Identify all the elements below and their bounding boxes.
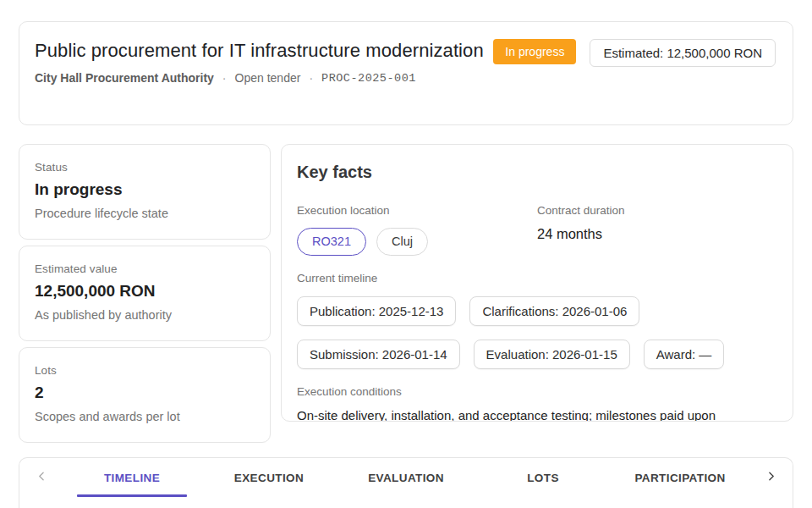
header-title-block: Public procurement for IT infrastructure… bbox=[35, 37, 484, 85]
tab-execution[interactable]: EXECUTION bbox=[200, 458, 337, 497]
execution-conditions-text: On-site delivery, installation, and acce… bbox=[297, 406, 777, 422]
key-facts-grid: Execution location RO321 Cluj Contract d… bbox=[297, 204, 777, 256]
timeline-chip-clarifications: Clarifications: 2026-01-06 bbox=[469, 296, 639, 326]
reference-code: PROC-2025-001 bbox=[321, 72, 416, 85]
tab-label: PARTICIPATION bbox=[634, 472, 725, 484]
estimated-value-card: Estimated value 12,500,000 RON As publis… bbox=[19, 246, 271, 341]
procurement-detail-page: Public procurement for IT infrastructure… bbox=[0, 0, 812, 508]
stat-value: In progress bbox=[35, 180, 255, 199]
main-content: Status In progress Procedure lifecycle s… bbox=[19, 144, 793, 443]
stat-label: Lots bbox=[35, 364, 255, 377]
tabs-scroll-right-button[interactable] bbox=[749, 458, 793, 497]
tabs-scroll-left-button[interactable] bbox=[19, 458, 63, 497]
contract-duration-block: Contract duration 24 months bbox=[537, 204, 777, 256]
tab-lots[interactable]: LOTS bbox=[475, 458, 612, 497]
status-card: Status In progress Procedure lifecycle s… bbox=[19, 144, 271, 240]
location-chip-city[interactable]: Cluj bbox=[376, 228, 428, 256]
header-meta-row: City Hall Procurement Authority · Open t… bbox=[35, 71, 484, 85]
execution-conditions-label: Execution conditions bbox=[297, 385, 777, 398]
detail-tabbar: TIMELINE EXECUTION EVALUATION LOTS PARTI… bbox=[19, 457, 793, 508]
timeline-chip-evaluation: Evaluation: 2026-01-15 bbox=[474, 340, 630, 369]
estimated-value-chip: Estimated: 12,500,000 RON bbox=[590, 39, 776, 67]
tabs-row: TIMELINE EXECUTION EVALUATION LOTS PARTI… bbox=[63, 458, 749, 497]
contract-duration-label: Contract duration bbox=[537, 204, 777, 217]
timeline-chip-publication: Publication: 2025-12-13 bbox=[297, 296, 456, 326]
key-facts-title: Key facts bbox=[297, 163, 777, 182]
stat-value: 2 bbox=[35, 384, 255, 402]
tab-evaluation[interactable]: EVALUATION bbox=[337, 458, 475, 497]
contract-duration-value: 24 months bbox=[537, 226, 777, 242]
stat-label: Estimated value bbox=[35, 262, 255, 275]
tab-label: EXECUTION bbox=[234, 472, 304, 484]
stat-description: Scopes and awards per lot bbox=[35, 410, 255, 423]
key-facts-card: Key facts Execution location RO321 Cluj … bbox=[281, 144, 793, 422]
current-timeline-label: Current timeline bbox=[297, 272, 777, 284]
execution-location-block: Execution location RO321 Cluj bbox=[297, 204, 537, 256]
header-badges: In progress Estimated: 12,500,000 RON bbox=[493, 37, 776, 67]
chevron-right-icon bbox=[765, 471, 776, 484]
stat-description: Procedure lifecycle state bbox=[35, 207, 255, 220]
tab-label: TIMELINE bbox=[104, 472, 160, 484]
tab-timeline[interactable]: TIMELINE bbox=[63, 458, 200, 497]
timeline-chip-award: Award: — bbox=[644, 340, 725, 369]
chevron-left-icon bbox=[36, 471, 47, 484]
execution-location-label: Execution location bbox=[297, 204, 537, 217]
stat-value: 12,500,000 RON bbox=[35, 282, 255, 301]
stat-label: Status bbox=[35, 161, 255, 174]
status-badge: In progress bbox=[493, 39, 576, 64]
summary-sidebar: Status In progress Procedure lifecycle s… bbox=[19, 144, 271, 443]
location-chip-row: RO321 Cluj bbox=[297, 228, 537, 256]
timeline-chip-row: Submission: 2026-01-14 Evaluation: 2026-… bbox=[297, 340, 777, 369]
stat-description: As published by authority bbox=[35, 308, 255, 322]
timeline-chip-row: Publication: 2025-12-13 Clarifications: … bbox=[297, 296, 777, 326]
header-card: Public procurement for IT infrastructure… bbox=[19, 21, 793, 125]
page-title: Public procurement for IT infrastructure… bbox=[35, 37, 484, 64]
separator-dot: · bbox=[222, 71, 227, 85]
lots-card: Lots 2 Scopes and awards per lot bbox=[19, 347, 271, 443]
procedure-type: Open tender bbox=[235, 71, 301, 85]
authority-name: City Hall Procurement Authority bbox=[35, 71, 214, 85]
active-tab-indicator bbox=[77, 494, 187, 497]
timeline-chip-submission: Submission: 2026-01-14 bbox=[297, 340, 460, 369]
tab-label: LOTS bbox=[527, 472, 559, 484]
separator-dot: · bbox=[309, 71, 313, 85]
location-chip-region[interactable]: RO321 bbox=[297, 228, 366, 256]
tab-label: EVALUATION bbox=[368, 472, 444, 484]
tab-participation[interactable]: PARTICIPATION bbox=[612, 458, 749, 497]
